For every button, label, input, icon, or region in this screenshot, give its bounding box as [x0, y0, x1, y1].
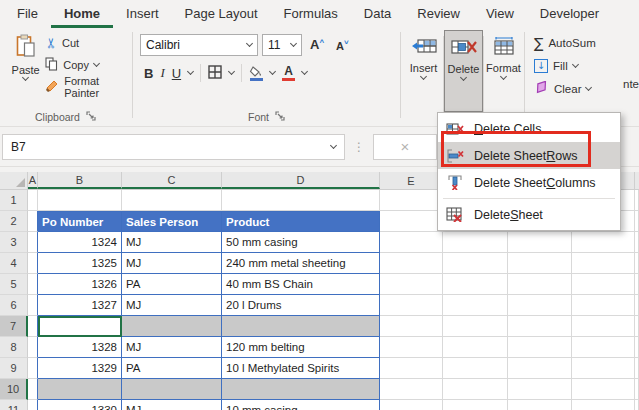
cell[interactable]	[380, 358, 443, 379]
cell[interactable]	[122, 190, 222, 211]
cell[interactable]	[28, 379, 38, 400]
cell-product[interactable]: 240 mm metal sheeting	[222, 253, 380, 274]
cell[interactable]	[572, 274, 635, 295]
select-all-button[interactable]	[0, 172, 28, 189]
autosum-button[interactable]: ∑ AutoSum	[534, 34, 596, 51]
cell-sales[interactable]: MJ	[122, 232, 222, 253]
italic-button[interactable]: I	[160, 65, 164, 81]
cell-po[interactable]: 1325	[38, 253, 122, 274]
column-header-b[interactable]: B	[38, 172, 122, 189]
cell[interactable]	[380, 379, 443, 400]
cell[interactable]	[380, 337, 443, 358]
cell[interactable]	[380, 211, 443, 232]
cell-sales[interactable]: MJ	[122, 400, 222, 410]
cell[interactable]	[508, 316, 572, 337]
cell-po[interactable]: 1328	[38, 337, 122, 358]
cell-sales[interactable]: MJ	[122, 295, 222, 316]
name-box-dropdown-icon[interactable]	[330, 141, 337, 148]
cell[interactable]	[122, 316, 222, 337]
cell[interactable]	[572, 358, 635, 379]
table-header-sales-person[interactable]: Sales Person	[122, 211, 222, 232]
cell-sales[interactable]: PA	[122, 274, 222, 295]
column-header-a[interactable]: A	[28, 172, 38, 189]
cell[interactable]	[443, 253, 508, 274]
formula-bar-resize-handle[interactable]: ⋮	[353, 140, 365, 154]
font-size-combo[interactable]: 11	[262, 34, 302, 56]
name-box[interactable]: B7	[2, 134, 345, 160]
cell[interactable]	[508, 337, 572, 358]
tab-formulas[interactable]: Formulas	[271, 1, 351, 28]
fill-button[interactable]: ↓ Fill	[534, 57, 596, 74]
cell[interactable]	[28, 358, 38, 379]
cell[interactable]	[572, 379, 635, 400]
cell[interactable]	[28, 274, 38, 295]
cell[interactable]	[222, 316, 380, 337]
underline-dropdown-icon[interactable]	[187, 68, 194, 75]
active-cell-b7[interactable]	[38, 316, 122, 337]
cell[interactable]	[28, 316, 38, 337]
clear-button[interactable]: Clear	[534, 80, 596, 97]
cell-product[interactable]: 50 mm casing	[222, 232, 380, 253]
cell-po[interactable]: 1324	[38, 232, 122, 253]
row-header-9[interactable]: 9	[0, 358, 28, 379]
cell[interactable]	[572, 337, 635, 358]
table-header-po-number[interactable]: Po Number	[38, 211, 122, 232]
insert-dropdown-icon[interactable]	[420, 73, 427, 80]
borders-dropdown-icon[interactable]	[228, 68, 235, 75]
row-header-2[interactable]: 2	[0, 211, 28, 232]
column-header-e[interactable]: E	[380, 172, 443, 189]
menu-item-delete-sheet[interactable]: Delete Sheet	[438, 201, 620, 228]
row-header-4[interactable]: 4	[0, 253, 28, 274]
tab-insert[interactable]: Insert	[113, 1, 172, 28]
delete-dropdown-icon[interactable]	[460, 74, 467, 81]
cell[interactable]	[572, 400, 635, 410]
fill-color-button[interactable]	[249, 66, 263, 81]
cell[interactable]	[222, 190, 380, 211]
cell[interactable]	[122, 379, 222, 400]
cell[interactable]	[443, 232, 508, 253]
cell[interactable]	[380, 400, 443, 410]
tab-data[interactable]: Data	[351, 1, 404, 28]
cell[interactable]	[443, 295, 508, 316]
tab-home[interactable]: Home	[51, 1, 113, 28]
menu-item-delete-sheet-columns[interactable]: Delete Sheet Columns	[438, 169, 620, 196]
tab-view[interactable]: View	[473, 1, 527, 28]
cell[interactable]	[380, 295, 443, 316]
cell-sales[interactable]: MJ	[122, 337, 222, 358]
cell-product[interactable]: 10 l Methylated Spirits	[222, 358, 380, 379]
format-dropdown-icon[interactable]	[500, 73, 507, 80]
cell[interactable]	[443, 337, 508, 358]
row-header-3[interactable]: 3	[0, 232, 28, 253]
bold-button[interactable]: B	[144, 66, 153, 81]
row-header-7[interactable]: 7	[0, 316, 28, 337]
font-name-combo[interactable]: Calibri	[140, 34, 258, 56]
cell[interactable]	[28, 400, 38, 410]
cell[interactable]	[443, 274, 508, 295]
cell-sales[interactable]: PA	[122, 358, 222, 379]
table-header-product[interactable]: Product	[222, 211, 380, 232]
cell[interactable]	[28, 232, 38, 253]
grow-font-button[interactable]: A˄	[306, 37, 328, 52]
column-header-d[interactable]: D	[222, 172, 380, 189]
column-header-c[interactable]: C	[122, 172, 222, 189]
cell[interactable]	[380, 316, 443, 337]
cell[interactable]	[380, 253, 443, 274]
cell-po[interactable]: 1327	[38, 295, 122, 316]
cell-po[interactable]: 1330	[38, 400, 122, 410]
cell-product[interactable]: 20 l Drums	[222, 295, 380, 316]
cell[interactable]	[28, 211, 38, 232]
row-header-5[interactable]: 5	[0, 274, 28, 295]
cell-sales[interactable]: MJ	[122, 253, 222, 274]
cell[interactable]	[380, 190, 443, 211]
cell[interactable]	[28, 253, 38, 274]
row-header-11[interactable]: 11	[0, 400, 28, 410]
copy-button[interactable]: Copy	[45, 56, 131, 73]
delete-button[interactable]: Delete	[444, 30, 483, 112]
clipboard-dialog-launcher-icon[interactable]	[86, 111, 96, 123]
tab-page-layout[interactable]: Page Layout	[172, 1, 271, 28]
cell[interactable]	[572, 295, 635, 316]
font-color-button[interactable]: A	[282, 65, 295, 81]
row-header-8[interactable]: 8	[0, 337, 28, 358]
cell[interactable]	[572, 316, 635, 337]
cell[interactable]	[508, 253, 572, 274]
